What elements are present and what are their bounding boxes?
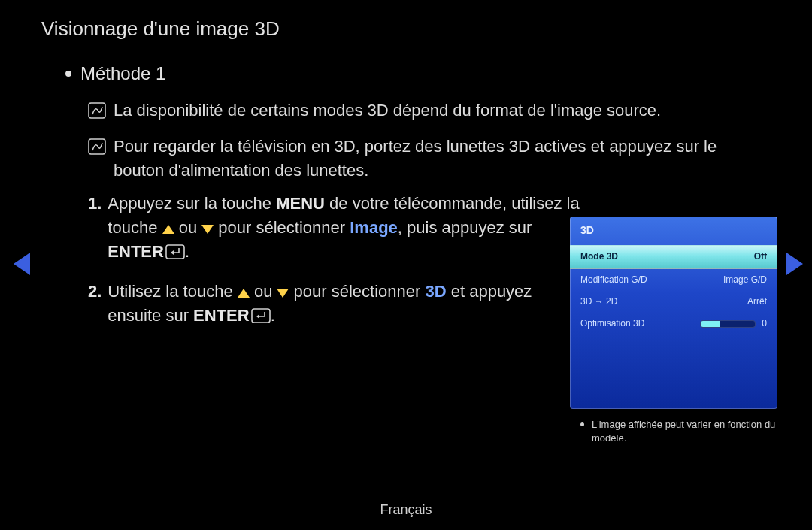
svg-rect-1 — [89, 139, 105, 154]
page-title: Visionnage d'une image 3D — [41, 15, 280, 47]
text: pour sélectionner — [289, 282, 425, 301]
osd-row-mode-3d[interactable]: Mode 3D Off — [570, 245, 777, 268]
prev-page-arrow[interactable] — [14, 253, 30, 275]
step-body: Utilisez la touche ou pour sélectionner … — [108, 280, 544, 330]
osd-row-value: Image G/D — [723, 274, 767, 286]
text: , puis appuyez sur — [398, 218, 532, 237]
text: pour sélectionner — [214, 218, 350, 237]
enter-key-label: ENTER — [108, 242, 164, 261]
down-arrow-icon — [201, 225, 214, 234]
osd-row-3d-to-2d[interactable]: 3D → 2D Arrêt — [570, 291, 777, 313]
up-arrow-icon — [162, 225, 174, 234]
language-footer: Français — [0, 500, 812, 519]
note-row: Pour regarder la télévision en 3D, porte… — [88, 135, 771, 183]
text: . — [185, 242, 189, 261]
highlight-3d: 3D — [425, 282, 446, 301]
bullet-icon — [580, 422, 584, 426]
osd-3d-menu: 3D Mode 3D Off Modification G/D Image G/… — [570, 217, 777, 409]
osd-row-label: Modification G/D — [580, 274, 723, 286]
osd-row-modification-gd[interactable]: Modification G/D Image G/D — [570, 269, 777, 291]
osd-row-label: Optimisation 3D — [580, 317, 700, 330]
bullet-icon — [65, 71, 71, 77]
caption-text: L'image affichée peut varier en fonction… — [592, 418, 776, 445]
step-number: 1. — [88, 192, 102, 216]
text: Utilisez la touche — [108, 282, 237, 301]
step-number: 2. — [88, 280, 102, 304]
svg-rect-3 — [252, 309, 270, 323]
method-label: Méthode 1 — [80, 61, 165, 87]
note-icon — [88, 101, 106, 126]
osd-row-value: Off — [754, 250, 767, 263]
text: . — [271, 306, 275, 325]
note-text: La disponibilité de certains modes 3D dé… — [114, 98, 771, 123]
osd-row-label: Mode 3D — [580, 250, 754, 263]
next-page-arrow[interactable] — [786, 253, 803, 275]
step-body: Appuyez sur la touche MENU de votre télé… — [108, 192, 589, 266]
highlight-image: Image — [350, 218, 398, 237]
enter-key-label: ENTER — [193, 306, 250, 325]
up-arrow-icon — [238, 289, 250, 298]
note-icon — [88, 138, 106, 162]
text: ou — [250, 282, 277, 301]
menu-key-label: MENU — [276, 194, 325, 213]
svg-rect-2 — [166, 245, 184, 259]
osd-row-optimisation-3d[interactable]: Optimisation 3D 0 — [570, 313, 777, 335]
osd-caption: L'image affichée peut varier en fonction… — [580, 418, 776, 445]
text: Appuyez sur la touche — [108, 194, 276, 213]
osd-header: 3D — [570, 217, 777, 245]
osd-row-value: 0 — [762, 317, 767, 330]
osd-row-label: 3D → 2D — [580, 295, 747, 308]
svg-rect-0 — [89, 103, 105, 118]
text: ou — [174, 218, 202, 237]
enter-icon — [165, 242, 185, 266]
down-arrow-icon — [277, 289, 289, 298]
note-text: Pour regarder la télévision en 3D, porte… — [114, 135, 771, 183]
enter-icon — [251, 306, 271, 330]
method-heading: Méthode 1 — [65, 61, 771, 87]
osd-row-value: Arrêt — [747, 295, 767, 308]
osd-slider[interactable] — [700, 320, 756, 328]
note-row: La disponibilité de certains modes 3D dé… — [88, 98, 771, 126]
